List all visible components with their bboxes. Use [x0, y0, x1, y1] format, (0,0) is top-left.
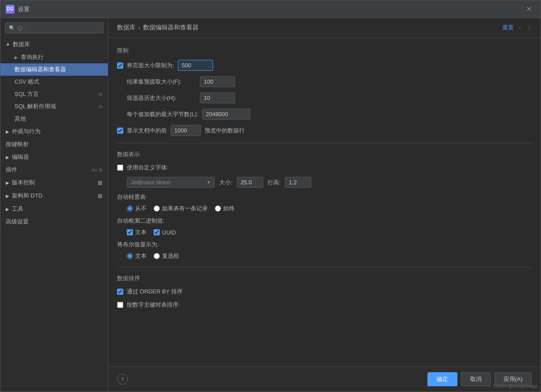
detect-text-checkbox[interactable]: [127, 229, 133, 235]
page-size-checkbox[interactable]: [117, 62, 123, 69]
sidebar-item-appearance[interactable]: ▶ 外观与行为: [0, 125, 108, 138]
vcs-icon: ⊞: [98, 180, 103, 186]
sidebar-item-tools[interactable]: ▶ 工具: [0, 202, 108, 216]
sidebar-item-database-label: 数据库: [13, 40, 30, 48]
font-size-input[interactable]: [237, 177, 263, 188]
line-height-input[interactable]: [285, 177, 311, 188]
filter-history-input[interactable]: [200, 92, 235, 103]
transpose-always-label: 始终: [223, 205, 235, 212]
bool-display-section: 将布尔值显示为: 文本 复选框: [117, 241, 532, 260]
bool-checkbox-option[interactable]: 复选框: [154, 252, 179, 260]
preview-rows-label1: 显示文档中的前: [127, 127, 167, 135]
bool-text-option[interactable]: 文本: [127, 252, 147, 260]
bool-checkbox-radio[interactable]: [154, 253, 160, 259]
header-actions: 重置 ‹ ›: [502, 23, 532, 32]
sidebar-item-dtd-label: 架构和 DTD: [12, 192, 42, 200]
sidebar-item-sql-resolve-label: SQL 解析作用域: [15, 103, 56, 110]
help-button[interactable]: ?: [117, 374, 128, 385]
titlebar: DG 设置 ✕: [0, 0, 541, 18]
page-size-label: 将页面大小限制为:: [127, 62, 174, 70]
page-size-row: 将页面大小限制为:: [117, 60, 532, 71]
order-by-row: 通过 ORDER BY 排序: [117, 288, 532, 296]
detect-text-option[interactable]: 文本: [127, 228, 147, 236]
back-button[interactable]: ‹: [517, 23, 523, 32]
max-bytes-input[interactable]: [202, 109, 250, 120]
fetch-size-row: 结果集预提取大小(F):: [117, 76, 532, 87]
filter-history-label: 筛选器历史大小(H):: [117, 94, 196, 102]
footer-left: ?: [117, 374, 128, 385]
forward-button[interactable]: ›: [526, 23, 532, 32]
chevron-right-icon-6: ▶: [6, 207, 9, 212]
sidebar-item-database[interactable]: ▼ 数据库: [0, 38, 108, 51]
sidebar-item-csv[interactable]: CSV 格式: [0, 76, 108, 88]
sidebar-item-data-editor[interactable]: 数据编辑器和查看器: [0, 63, 108, 76]
search-icon: 🔍: [9, 25, 15, 31]
sidebar-item-plugins[interactable]: 插件 Aa ⊞: [0, 164, 108, 176]
sidebar-item-advanced[interactable]: 高级设置: [0, 216, 108, 228]
transpose-always-option[interactable]: 始终: [215, 205, 235, 212]
numeric-pk-row: 按数字主键对表排序:: [117, 301, 532, 309]
numeric-pk-label: 按数字主键对表排序:: [127, 301, 180, 309]
transpose-single-option[interactable]: 如果表有一条记录: [154, 205, 208, 212]
size-label: 大小:: [219, 179, 232, 187]
font-select[interactable]: JetBrains Mono ▼: [127, 177, 215, 188]
fetch-size-input[interactable]: [200, 76, 235, 87]
detect-uuid-checkbox[interactable]: [154, 229, 160, 235]
transpose-radio-group: 从不 如果表有一条记录 始终: [117, 205, 532, 212]
transpose-always-radio[interactable]: [215, 205, 221, 212]
settings-window: DG 设置 ✕ 🔍 ▼ 数据库 ▶ 查询执行: [0, 0, 541, 392]
sidebar-item-plugins-label: 插件: [6, 166, 17, 174]
page-size-input[interactable]: [178, 60, 213, 71]
settings-content: 限制 将页面大小限制为: 结果集预提取大小(F): 筛选器历史大小(H):: [108, 38, 541, 366]
bool-display-label: 将布尔值显示为:: [117, 241, 532, 249]
preview-rows-input[interactable]: [170, 125, 201, 136]
breadcrumb-database: 数据库: [117, 24, 136, 32]
transpose-single-radio[interactable]: [154, 205, 160, 212]
chevron-right-icon-4: ▶: [6, 180, 9, 185]
order-by-label: 通过 ORDER BY 排序: [127, 288, 183, 296]
sidebar-item-query-exec[interactable]: ▶ 查询执行: [0, 51, 108, 63]
preview-rows-checkbox[interactable]: [117, 128, 123, 134]
dtd-icon: ⊞: [98, 193, 103, 199]
sidebar-item-sql-dialect[interactable]: SQL 方言 ⊞: [0, 88, 108, 100]
custom-font-label: 使用自定义字体:: [127, 164, 169, 172]
detect-uuid-option[interactable]: UUID: [154, 229, 176, 236]
sidebar-item-advanced-label: 高级设置: [6, 218, 29, 226]
custom-font-checkbox[interactable]: [117, 165, 123, 171]
chevron-down-icon: ▼: [6, 42, 10, 47]
reset-button[interactable]: 重置: [502, 24, 514, 32]
sidebar: 🔍 ▼ 数据库 ▶ 查询执行 数据编辑器和查看器: [0, 18, 108, 392]
preview-rows-row: 显示文档中的前 预览中的数据行: [117, 125, 532, 136]
detect-binary-options: 文本 UUID: [117, 228, 532, 236]
search-input[interactable]: [18, 25, 99, 31]
sidebar-item-appearance-label: 外观与行为: [12, 128, 40, 136]
chevron-right-icon-5: ▶: [6, 194, 9, 198]
app-icon: DG: [6, 5, 15, 14]
cancel-button[interactable]: 取消: [461, 372, 491, 386]
sidebar-item-sql-dialect-label: SQL 方言: [15, 90, 39, 98]
order-by-checkbox[interactable]: [117, 289, 123, 295]
sidebar-item-dtd[interactable]: ▶ 架构和 DTD ⊞: [0, 189, 108, 202]
breadcrumb: 数据库 › 数据编辑器和查看器: [117, 24, 502, 32]
sidebar-item-other[interactable]: 其他: [0, 113, 108, 125]
ok-button[interactable]: 确定: [427, 372, 457, 386]
transpose-never-option[interactable]: 从不: [127, 205, 147, 212]
sidebar-item-keymap[interactable]: 按键映射: [0, 138, 108, 150]
chevron-right-icon: ▶: [15, 55, 18, 60]
sidebar-item-editor-label: 编辑器: [12, 153, 29, 161]
sidebar-item-vcs[interactable]: ▶ 版本控制 ⊞: [0, 176, 108, 189]
close-button[interactable]: ✕: [523, 3, 535, 15]
transpose-never-radio[interactable]: [127, 205, 133, 212]
dropdown-icon: ▼: [206, 180, 211, 185]
detect-text-label: 文本: [135, 228, 147, 236]
search-box[interactable]: 🔍: [5, 22, 103, 33]
numeric-pk-checkbox[interactable]: [117, 302, 123, 308]
settings2-icon: ⊞: [99, 104, 103, 110]
sidebar-item-data-editor-label: 数据编辑器和查看器: [15, 66, 66, 73]
custom-font-row: 使用自定义字体:: [117, 164, 532, 172]
preview-rows-label2: 预览中的数据行: [205, 127, 245, 135]
sidebar-item-editor[interactable]: ▶ 编辑器: [0, 150, 108, 164]
breadcrumb-current: 数据编辑器和查看器: [143, 24, 199, 32]
sidebar-item-sql-resolve[interactable]: SQL 解析作用域 ⊞: [0, 100, 108, 113]
bool-text-radio[interactable]: [127, 253, 133, 259]
